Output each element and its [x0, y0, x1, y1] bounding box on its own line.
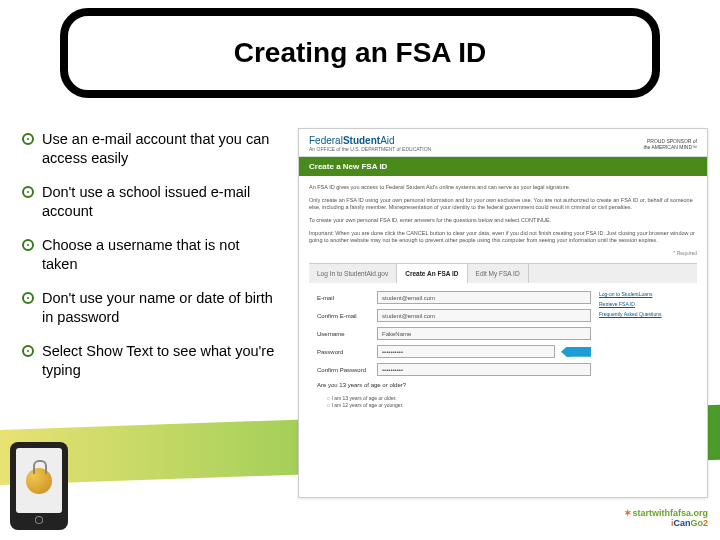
- list-item: Use an e-mail account that you can acces…: [22, 130, 277, 167]
- bullet-text: Don't use your name or date of birth in …: [42, 289, 277, 326]
- age-label: Are you 13 years of age or older?: [317, 381, 417, 389]
- side-link[interactable]: Log-on to StudentLoans: [599, 291, 689, 298]
- phone-home-icon: [35, 516, 43, 524]
- confirm-password-label: Confirm Password: [317, 366, 377, 374]
- required-note: * Required: [309, 250, 697, 257]
- bullet-text: Choose a username that is not taken: [42, 236, 277, 273]
- bullet-icon: [22, 239, 34, 251]
- password-label: Password: [317, 348, 377, 356]
- side-links: Log-on to StudentLoans Retrieve FSA ID F…: [599, 291, 689, 408]
- bullet-text: Select Show Text to see what you're typi…: [42, 342, 277, 379]
- password-input[interactable]: ••••••••••: [377, 345, 555, 358]
- title-box: Creating an FSA ID: [60, 8, 660, 98]
- lock-icon: [26, 468, 52, 494]
- intro-text: An FSA ID gives you access to Federal St…: [299, 176, 707, 425]
- list-item: Choose a username that is not taken: [22, 236, 277, 273]
- fafsa-logo: ✶startwithfafsa.org: [624, 508, 708, 518]
- tab-create[interactable]: Create An FSA ID: [397, 264, 467, 283]
- highlight-arrow-icon: [561, 347, 591, 357]
- tab-login[interactable]: Log In to StudentAid.gov: [309, 264, 397, 283]
- username-label: Username: [317, 330, 377, 338]
- list-item: Don't use a school issued e-mail account: [22, 183, 277, 220]
- section-heading: Create a New FSA ID: [299, 157, 707, 176]
- fsa-logo: FederalStudentAid An OFFICE of the U.S. …: [309, 135, 431, 152]
- side-link[interactable]: Frequently Asked Questions: [599, 311, 689, 318]
- age-opt1[interactable]: ○ I am 13 years of age or older.: [317, 395, 591, 402]
- phone-graphic: [10, 442, 68, 530]
- confirm-password-input[interactable]: ••••••••••: [377, 363, 591, 376]
- username-input[interactable]: FakeName: [377, 327, 591, 340]
- confirm-email-input[interactable]: student@email.com: [377, 309, 591, 322]
- fsa-screenshot: FederalStudentAid An OFFICE of the U.S. …: [298, 128, 708, 498]
- list-item: Don't use your name or date of birth in …: [22, 289, 277, 326]
- bullet-icon: [22, 186, 34, 198]
- tab-row: Log In to StudentAid.gov Create An FSA I…: [309, 263, 697, 283]
- footer-logos: ✶startwithfafsa.org iCanGo2: [624, 508, 708, 528]
- bullet-text: Don't use a school issued e-mail account: [42, 183, 277, 220]
- confirm-email-label: Confirm E-mail: [317, 312, 377, 320]
- bullet-icon: [22, 345, 34, 357]
- form-area: E-mailstudent@email.com Confirm E-mailst…: [309, 283, 697, 416]
- icango2-logo: iCanGo2: [624, 518, 708, 528]
- age-opt2[interactable]: ○ I am 12 years of age or younger.: [317, 402, 591, 409]
- screenshot-header: FederalStudentAid An OFFICE of the U.S. …: [299, 129, 707, 157]
- bullet-icon: [22, 133, 34, 145]
- bullet-text: Use an e-mail account that you can acces…: [42, 130, 277, 167]
- sponsor-text: PROUD SPONSOR of the AMERICAN MIND™: [643, 138, 697, 150]
- list-item: Select Show Text to see what you're typi…: [22, 342, 277, 379]
- form-fields: E-mailstudent@email.com Confirm E-mailst…: [317, 291, 591, 408]
- bullet-list: Use an e-mail account that you can acces…: [22, 130, 277, 395]
- page-title: Creating an FSA ID: [234, 37, 487, 69]
- email-label: E-mail: [317, 294, 377, 302]
- email-input[interactable]: student@email.com: [377, 291, 591, 304]
- phone-screen: [16, 448, 62, 513]
- bullet-icon: [22, 292, 34, 304]
- tab-edit[interactable]: Edit My FSA ID: [468, 264, 529, 283]
- side-link[interactable]: Retrieve FSA ID: [599, 301, 689, 308]
